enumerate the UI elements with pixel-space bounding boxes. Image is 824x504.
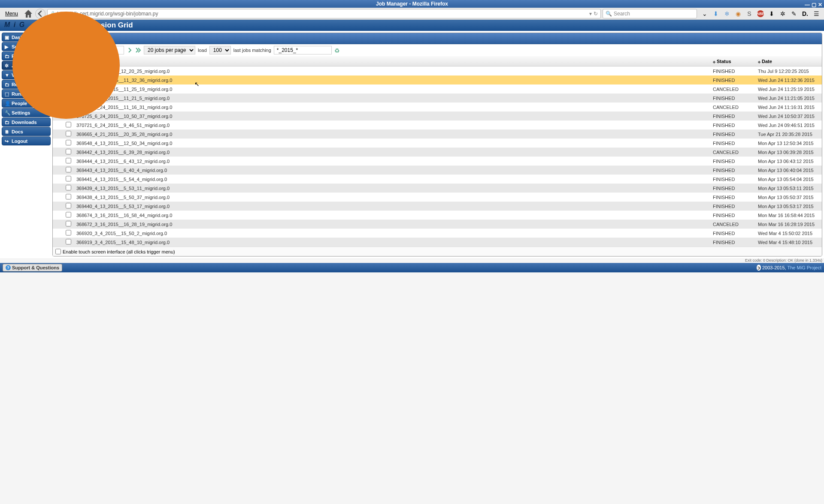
row-checkbox[interactable] <box>66 203 71 208</box>
row-checkbox[interactable] <box>66 221 71 226</box>
refresh-button[interactable]: ♻ <box>334 47 340 53</box>
table-row[interactable]: 369440_4_13_2015__5_53_17_migrid.org.0 F… <box>53 202 822 211</box>
table-row[interactable]: 369442_4_13_2015__6_39_28_migrid.org.0 C… <box>53 148 822 157</box>
row-checkbox[interactable] <box>66 158 71 163</box>
addon-icon-5[interactable]: ✎ <box>791 10 797 17</box>
hamburger-icon[interactable]: ☰ <box>813 10 820 17</box>
cell-status: FINISHED <box>710 94 755 103</box>
addon-icon-6[interactable]: D. <box>802 10 809 17</box>
cell-status: FINISHED <box>710 202 755 211</box>
addon-icon-2[interactable]: ◉ <box>735 10 742 17</box>
settings-icon[interactable]: ✲ <box>779 10 786 17</box>
col-jobid[interactable]: ◆Job ID <box>74 56 710 66</box>
cell-jobid: 370728_6_24_2015__11_25_19_migrid.org.0 <box>74 85 710 94</box>
cell-status: CANCELED <box>710 85 755 94</box>
cell-date: Mon Apr 13 05:53:17 2015 <box>755 202 822 211</box>
cell-status: FINISHED <box>710 112 755 121</box>
table-row[interactable]: 370728_6_24_2015__11_25_19_migrid.org.0 … <box>53 85 822 94</box>
load-select[interactable]: 100 <box>209 46 231 54</box>
cell-date: Mon Mar 16 16:58:44 2015 <box>755 211 822 220</box>
row-checkbox[interactable] <box>66 212 71 217</box>
table-row[interactable]: 368672_3_16_2015__16_28_19_migrid.org.0 … <box>53 220 822 229</box>
addon-icon-3[interactable]: S <box>746 10 753 17</box>
row-checkbox[interactable] <box>66 176 71 181</box>
cell-jobid: 366919_3_4_2015__15_48_10_migrid.org.0 <box>74 238 710 247</box>
per-page-select[interactable]: 20 jobs per page <box>144 46 195 54</box>
row-checkbox[interactable] <box>66 149 71 154</box>
table-row[interactable]: 369439_4_13_2015__5_53_11_migrid.org.0 F… <box>53 184 822 193</box>
reload-icon[interactable]: ↻ <box>594 11 598 17</box>
jobs-table: ◆ ◆Job ID ◆Status ◆Date 370781_7_9_2015_… <box>53 56 822 247</box>
last-page-button[interactable] <box>135 47 141 53</box>
table-row[interactable]: 370721_6_24_2015__9_46_51_migrid.org.0 F… <box>53 121 822 130</box>
row-checkbox[interactable] <box>66 185 71 190</box>
table-row[interactable]: 370781_7_9_2015__12_20_25_migrid.org.0 F… <box>53 66 822 76</box>
panel-title: Job Manager <box>53 33 822 44</box>
support-button[interactable]: ? Support & Questions <box>3 264 62 272</box>
minimize-icon[interactable]: — <box>805 1 810 9</box>
search-box[interactable]: 🔍 Search <box>603 9 697 18</box>
project-link[interactable]: The MiG Project <box>788 265 821 270</box>
addon-icon-1[interactable]: ❄ <box>724 10 730 17</box>
table-row[interactable]: 368674_3_16_2015__16_58_44_migrid.org.0 … <box>53 211 822 220</box>
maximize-icon[interactable]: ▢ <box>812 1 816 9</box>
pocket-icon[interactable]: ⌄ <box>701 10 708 17</box>
row-checkbox[interactable] <box>66 230 71 235</box>
row-checkbox[interactable] <box>66 239 71 244</box>
cell-date: Wed Mar 4 15:48:10 2015 <box>755 238 822 247</box>
table-row[interactable]: 370727_6_24_2015__11_21_5_migrid.org.0 F… <box>53 94 822 103</box>
table-row[interactable]: 369438_4_13_2015__5_50_37_migrid.org.0 F… <box>53 193 822 202</box>
cell-status: FINISHED <box>710 157 755 166</box>
window-controls: — ▢ ✕ <box>805 1 822 9</box>
cell-jobid: 369442_4_13_2015__6_39_28_migrid.org.0 <box>74 148 710 157</box>
addon-icon-4[interactable]: ⬇ <box>768 10 775 17</box>
cell-jobid: 369443_4_13_2015__6_40_4_migrid.org.0 <box>74 166 710 175</box>
sidebar-item-label: Logout <box>12 139 27 144</box>
cell-date: Wed Jun 24 11:21:05 2015 <box>755 94 822 103</box>
search-placeholder: Search <box>614 11 630 17</box>
cell-status: FINISHED <box>710 130 755 139</box>
cell-jobid: 368674_3_16_2015__16_58_44_migrid.org.0 <box>74 211 710 220</box>
cell-date: Thu Jul 9 12:20:25 2015 <box>755 66 822 76</box>
row-checkbox[interactable] <box>66 194 71 199</box>
table-row[interactable]: 366919_3_4_2015__15_48_10_migrid.org.0 F… <box>53 238 822 247</box>
window-title: Job Manager - Mozilla Firefox <box>376 1 448 7</box>
cell-status: FINISHED <box>710 193 755 202</box>
cell-date: Wed Jun 24 09:46:51 2015 <box>755 121 822 130</box>
download-icon[interactable]: ⬇ <box>712 10 719 17</box>
col-date[interactable]: ◆Date <box>755 56 822 66</box>
cell-jobid: 368672_3_16_2015__16_28_19_migrid.org.0 <box>74 220 710 229</box>
table-row[interactable]: 369548_4_13_2015__12_50_34_migrid.org.0 … <box>53 139 822 148</box>
cell-jobid: 369665_4_21_2015__20_35_28_migrid.org.0 <box>74 130 710 139</box>
row-checkbox[interactable] <box>66 140 71 145</box>
logout-icon: ↪ <box>5 139 10 144</box>
row-checkbox[interactable] <box>66 167 71 172</box>
table-row[interactable]: 369443_4_13_2015__6_40_4_migrid.org.0 FI… <box>53 166 822 175</box>
filter-input[interactable] <box>274 46 332 54</box>
cell-status: CANCELED <box>710 148 755 157</box>
cell-status: FINISHED <box>710 66 755 76</box>
table-row[interactable]: 369444_4_13_2015__6_43_12_migrid.org.0 F… <box>53 157 822 166</box>
table-row[interactable]: 366920_3_4_2015__15_50_2_migrid.org.0 FI… <box>53 229 822 238</box>
adblock-icon[interactable]: ABP <box>757 10 764 17</box>
table-row[interactable]: 369665_4_21_2015__20_35_28_migrid.org.0 … <box>53 130 822 139</box>
cell-date: Mon Apr 13 06:43:12 2015 <box>755 157 822 166</box>
load-label: load <box>198 48 207 53</box>
cell-jobid: 370729_6_24_2015__11_32_36_migrid.org.0 <box>74 75 710 85</box>
sidebar-item-logout[interactable]: ↪Logout <box>2 136 51 145</box>
touchscreen-checkbox[interactable] <box>55 249 61 254</box>
cell-status: FINISHED <box>710 229 755 238</box>
cell-date: Mon Apr 13 06:40:04 2015 <box>755 166 822 175</box>
table-row[interactable]: 370729_6_24_2015__11_32_36_migrid.org.0 … <box>53 75 822 85</box>
window-titlebar: Job Manager - Mozilla Firefox — ▢ ✕ <box>0 0 824 8</box>
col-status[interactable]: ◆Status <box>710 56 755 66</box>
close-icon[interactable]: ✕ <box>818 1 822 9</box>
table-row[interactable]: 369441_4_13_2015__5_54_4_migrid.org.0 FI… <box>53 175 822 184</box>
cell-jobid: 369439_4_13_2015__5_53_11_migrid.org.0 <box>74 184 710 193</box>
table-row[interactable]: 370726_6_24_2015__11_16_31_migrid.org.0 … <box>53 103 822 112</box>
dropdown-icon[interactable]: ▾ <box>589 11 592 17</box>
exit-code-text: Exit code: 0 Description: OK (done in 1.… <box>0 258 824 263</box>
cell-jobid: 370727_6_24_2015__11_21_5_migrid.org.0 <box>74 94 710 103</box>
table-row[interactable]: 370725_6_24_2015__10_50_37_migrid.org.0 … <box>53 112 822 121</box>
cell-jobid: 369441_4_13_2015__5_54_4_migrid.org.0 <box>74 175 710 184</box>
